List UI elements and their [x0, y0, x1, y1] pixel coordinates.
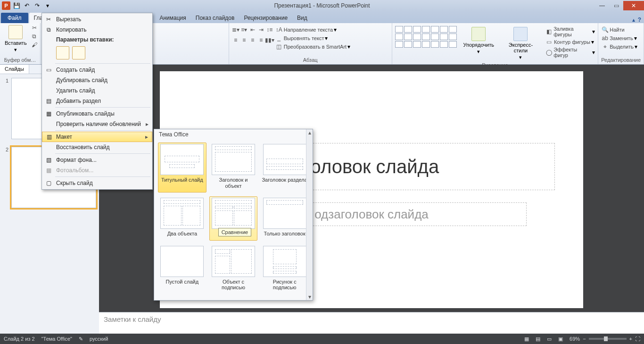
language-indicator[interactable]: русский: [90, 336, 108, 342]
shape-outline-icon: ▭: [545, 38, 553, 46]
redo-icon[interactable]: ↷: [33, 1, 41, 10]
group-label: Буфер обм…: [3, 56, 37, 64]
save-icon[interactable]: 💾: [12, 1, 21, 10]
zoom-slider[interactable]: [589, 338, 627, 340]
app-icon[interactable]: P: [2, 1, 10, 10]
tab-review[interactable]: Рецензирование: [239, 13, 292, 23]
ctx-add-section[interactable]: ▤Добавить раздел: [42, 96, 152, 106]
paste-keep-format[interactable]: [56, 46, 69, 59]
help-icon[interactable]: ?: [638, 17, 641, 23]
new-slide-icon: ▭: [45, 66, 52, 74]
tab-slideshow[interactable]: Показ слайдов: [191, 13, 239, 23]
shape-fill-button[interactable]: Заливка фигуры: [553, 26, 591, 37]
ctx-layout[interactable]: ▥Макет▸: [42, 132, 152, 142]
layout-icon: ▥: [45, 133, 53, 141]
view-slideshow-icon[interactable]: ▣: [558, 336, 563, 342]
title-bar: P 💾 ↶ ↷ ▾ Презентация1 - Microsoft Power…: [0, 0, 644, 11]
flyout-title: Тема Office: [154, 129, 313, 140]
copy-icon: ⧉: [45, 26, 52, 34]
ctx-publish[interactable]: ▦Опубликовать слайды: [42, 109, 152, 119]
notes-pane[interactable]: Заметки к слайду: [99, 312, 644, 334]
align-center-icon[interactable]: ≡: [240, 36, 248, 44]
scroll-up-icon[interactable]: ▴: [306, 129, 313, 136]
quick-styles-button[interactable]: Экспресс-стили▾: [501, 26, 541, 61]
columns-icon[interactable]: ▮▮▾: [266, 36, 273, 44]
bg-icon: ▧: [45, 156, 52, 164]
arrange-button[interactable]: Упорядочить▾: [462, 26, 496, 56]
quick-access-toolbar: P 💾 ↶ ↷ ▾: [0, 1, 52, 10]
align-text-icon: ⎯: [275, 34, 283, 42]
minimize-ribbon-icon[interactable]: ▴: [632, 17, 635, 23]
align-left-icon[interactable]: ≡: [232, 36, 239, 44]
layout-content-caption[interactable]: Объект с подписью: [209, 244, 258, 294]
zoom-out-icon[interactable]: −: [583, 336, 586, 342]
ctx-duplicate-slide[interactable]: Дублировать слайд: [42, 75, 152, 85]
shape-outline-button[interactable]: Контур фигуры: [554, 39, 590, 45]
find-button[interactable]: Найти: [610, 27, 624, 33]
format-painter-icon[interactable]: 🖌: [31, 41, 38, 49]
ctx-copy[interactable]: ⧉Копировать: [42, 25, 152, 35]
shapes-gallery[interactable]: [395, 26, 457, 48]
ribbon-help: ▴ ?: [632, 17, 641, 23]
submenu-arrow-icon: ▸: [146, 121, 149, 127]
ctx-cut[interactable]: ✂Вырезать: [42, 14, 152, 25]
fit-window-icon[interactable]: ⛶: [635, 336, 640, 342]
layout-title-only[interactable]: Только заголовок: [260, 196, 309, 241]
dropdown-icon: ▾: [14, 47, 17, 53]
tab-slides[interactable]: Слайды: [0, 65, 29, 74]
justify-icon[interactable]: ≡: [257, 36, 265, 44]
cut-icon[interactable]: ✂: [31, 24, 38, 32]
scroll-down-icon[interactable]: ▾: [306, 294, 313, 300]
undo-icon[interactable]: ↶: [23, 1, 31, 10]
ctx-hide-slide[interactable]: ▢Скрыть слайд: [42, 178, 152, 188]
select-button[interactable]: Выделить: [610, 44, 634, 50]
layout-section-header[interactable]: Заголовок раздела: [260, 143, 309, 193]
close-button[interactable]: ✕: [623, 1, 644, 10]
paste-label: Вставить: [5, 40, 27, 46]
layout-picture-caption[interactable]: Рисунок с подписью: [260, 244, 309, 294]
view-sorter-icon[interactable]: ▤: [536, 336, 540, 342]
ctx-new-slide[interactable]: ▭Создать слайд: [42, 65, 152, 75]
find-icon: 🔍: [601, 26, 609, 34]
smartart-button[interactable]: Преобразовать в SmartArt: [284, 44, 347, 50]
layout-two-content[interactable]: Два объекта: [158, 196, 206, 241]
tab-view[interactable]: Вид: [292, 13, 312, 23]
tab-file[interactable]: Файл: [1, 13, 28, 23]
replace-button[interactable]: Заменить: [610, 35, 633, 41]
layout-blank[interactable]: Пустой слайд: [158, 244, 206, 294]
view-normal-icon[interactable]: ▦: [524, 336, 529, 342]
ctx-delete-slide[interactable]: Удалить слайд: [42, 85, 152, 96]
layout-title-content[interactable]: Заголовок и объект: [209, 143, 258, 193]
align-text-button[interactable]: Выровнять текст: [284, 35, 324, 41]
ctx-photo-album: ▩Фотоальбом...: [42, 165, 152, 176]
indent-icon[interactable]: ⇥: [257, 26, 265, 34]
outdent-icon[interactable]: ⇤: [249, 26, 256, 34]
line-spacing-icon[interactable]: ↕≡: [266, 26, 273, 34]
cut-icon: ✂: [45, 16, 52, 23]
copy-icon[interactable]: ⧉: [31, 33, 38, 40]
align-right-icon[interactable]: ≡: [249, 36, 256, 44]
tab-animation[interactable]: Анимация: [155, 13, 190, 23]
paste-picture[interactable]: [72, 46, 85, 59]
paste-options-header: Параметры вставки:: [42, 35, 152, 44]
layout-title-slide[interactable]: Титульный слайд: [158, 143, 206, 193]
restore-button[interactable]: ▭: [609, 1, 623, 10]
spellcheck-icon[interactable]: ✎: [79, 336, 83, 342]
minimize-button[interactable]: —: [595, 1, 609, 10]
zoom-in-icon[interactable]: +: [629, 336, 632, 342]
zoom-value[interactable]: 69%: [570, 336, 580, 342]
text-direction-button[interactable]: Направление текста: [284, 27, 333, 33]
ctx-check-updates[interactable]: Проверить наличие обновлений▸: [42, 119, 152, 129]
ctx-reset-slide[interactable]: Восстановить слайд: [42, 142, 152, 152]
paste-options: [42, 44, 152, 62]
bullets-icon[interactable]: ≣▾: [232, 26, 239, 34]
layout-comparison[interactable]: Сравнение Сравнение: [209, 196, 258, 241]
numbering-icon[interactable]: ≡▾: [240, 26, 248, 34]
shape-effects-button[interactable]: Эффекты фигур: [553, 47, 591, 58]
qat-more-icon[interactable]: ▾: [43, 1, 52, 10]
ctx-format-background[interactable]: ▧Формат фона...: [42, 155, 152, 165]
paste-button[interactable]: Вставить ▾: [3, 24, 29, 54]
flyout-scrollbar[interactable]: ▴ ▾: [306, 129, 313, 300]
view-reading-icon[interactable]: ▭: [547, 336, 552, 342]
group-label: Редактирование: [601, 56, 641, 64]
